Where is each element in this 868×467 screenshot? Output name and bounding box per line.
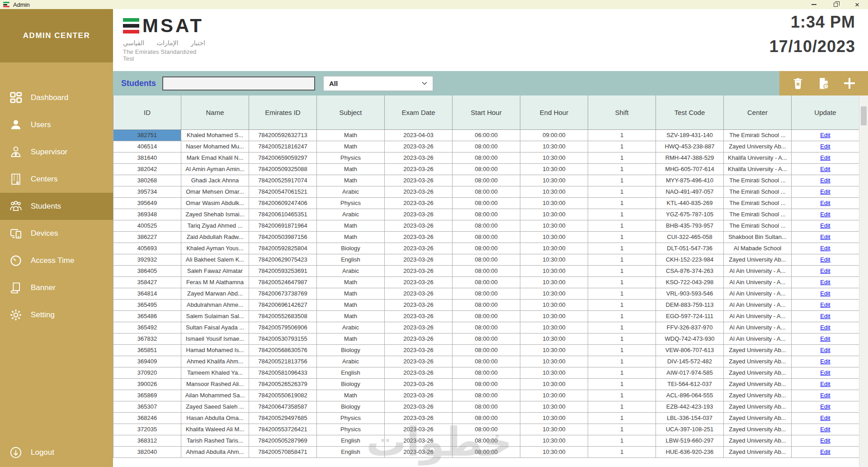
cell[interactable]: Ghadi Jack Ahnna [181, 175, 249, 186]
cell[interactable]: 400525 [113, 220, 181, 231]
restore-button[interactable] [825, 0, 846, 9]
cell[interactable]: 405693 [113, 243, 181, 254]
edit-link[interactable]: Edit [820, 437, 830, 444]
cell[interactable]: 10:30:00 [520, 243, 588, 254]
cell[interactable]: 08:00:00 [453, 367, 520, 378]
column-header-exam-date[interactable]: Exam Date [385, 95, 453, 129]
cell[interactable]: 1 [588, 243, 656, 254]
cell[interactable]: 784200581096433 [249, 367, 317, 378]
update-cell[interactable]: Edit [792, 209, 859, 220]
sidebar-item-centers[interactable]: Centers [0, 166, 113, 193]
column-header-name[interactable]: Name [181, 95, 249, 129]
cell[interactable]: 2023-03-26 [385, 209, 453, 220]
update-cell[interactable]: Edit [792, 276, 859, 288]
update-cell[interactable]: Edit [792, 197, 859, 209]
edit-link[interactable]: Edit [820, 177, 830, 184]
cell[interactable]: Zayed Saeed Saleh ... [181, 401, 249, 412]
cell[interactable]: 784200521816247 [249, 141, 317, 152]
cell[interactable]: Mansoor Rashed Ali... [181, 378, 249, 390]
cell[interactable]: LBW-519-660-297 [656, 435, 724, 446]
cell[interactable]: Math [317, 129, 385, 141]
cell[interactable]: 784200547061521 [249, 186, 317, 197]
update-cell[interactable]: Edit [792, 152, 859, 163]
cell[interactable]: 1 [588, 356, 656, 367]
cell[interactable]: 10:30:00 [520, 333, 588, 344]
cell[interactable]: Zaid Abdullah Radw... [181, 231, 249, 243]
cell[interactable]: 368312 [113, 435, 181, 446]
cell[interactable]: VEW-806-707-613 [656, 344, 724, 356]
cell[interactable]: 2023-03-26 [385, 322, 453, 333]
cell[interactable]: FFV-326-837-970 [656, 322, 724, 333]
column-header-start-hour[interactable]: Start Hour [453, 95, 520, 129]
cell[interactable]: 784200553726421 [249, 424, 317, 435]
cell[interactable]: 1 [588, 344, 656, 356]
cell[interactable]: 08:00:00 [453, 288, 520, 299]
cell[interactable]: 08:00:00 [453, 209, 520, 220]
cell[interactable]: 1 [588, 163, 656, 175]
cell[interactable]: Math [317, 276, 385, 288]
edit-link[interactable]: Edit [820, 154, 830, 161]
cell[interactable]: 2023-03-26 [385, 446, 453, 457]
cell[interactable]: 2023-03-26 [385, 344, 453, 356]
sidebar-item-devices[interactable]: Devices [0, 220, 113, 247]
cell[interactable]: 08:00:00 [453, 231, 520, 243]
cell[interactable]: 1 [588, 424, 656, 435]
cell[interactable]: Sultan Faisal Ayada ... [181, 322, 249, 333]
cell[interactable]: Physics [317, 197, 385, 209]
cell[interactable]: 2023-03-26 [385, 220, 453, 231]
cell[interactable]: Zayed University Ab... [724, 367, 792, 378]
update-cell[interactable]: Edit [792, 288, 859, 299]
cell[interactable]: 784200579506906 [249, 322, 317, 333]
cell[interactable]: ACL-896-064-555 [656, 390, 724, 401]
logout-button[interactable]: Logout [0, 439, 113, 466]
cell[interactable]: 1 [588, 333, 656, 344]
cell[interactable]: 2023-03-26 [385, 175, 453, 186]
cell[interactable]: 784200505287969 [249, 435, 317, 446]
cell[interactable]: 1 [588, 435, 656, 446]
cell[interactable]: 09:00:00 [520, 129, 588, 141]
cell[interactable]: 784200529497685 [249, 412, 317, 424]
cell[interactable]: Zayed University Ab... [724, 412, 792, 424]
cell[interactable]: 2023-03-26 [385, 197, 453, 209]
cell[interactable]: 1 [588, 220, 656, 231]
cell[interactable]: Hasan Abdulla Oma... [181, 412, 249, 424]
cell[interactable]: 2023-04-03 [385, 129, 453, 141]
cell[interactable]: 2023-03-26 [385, 141, 453, 152]
edit-link[interactable]: Edit [820, 358, 830, 365]
cell[interactable]: 08:00:00 [453, 163, 520, 175]
cell[interactable]: 10:30:00 [520, 163, 588, 175]
cell[interactable]: 358427 [113, 276, 181, 288]
cell[interactable]: 10:30:00 [520, 322, 588, 333]
cell[interactable]: 08:00:00 [453, 186, 520, 197]
cell[interactable]: Khalifa Waleed Ali M... [181, 424, 249, 435]
cell[interactable]: Naser Mohamed Mu... [181, 141, 249, 152]
cell[interactable]: Arabic [317, 356, 385, 367]
cell[interactable]: 06:00:00 [453, 129, 520, 141]
cell[interactable]: TEI-564-612-037 [656, 378, 724, 390]
cell[interactable]: Tariq Ziyad Ahmed ... [181, 220, 249, 231]
edit-link[interactable]: Edit [820, 234, 830, 240]
search-input[interactable] [162, 76, 315, 91]
cell[interactable]: 380268 [113, 175, 181, 186]
cell[interactable]: Math [317, 141, 385, 152]
cell[interactable]: 2023-03-26 [385, 412, 453, 424]
cell[interactable]: 10:30:00 [520, 390, 588, 401]
sidebar-item-dashboard[interactable]: Dashboard [0, 84, 113, 111]
update-cell[interactable]: Edit [792, 435, 859, 446]
cell[interactable]: 08:00:00 [453, 276, 520, 288]
cell[interactable]: 08:00:00 [453, 322, 520, 333]
edit-link[interactable]: Edit [820, 143, 830, 150]
cell[interactable]: 1 [588, 265, 656, 276]
cell[interactable]: Zayed University Ab... [724, 378, 792, 390]
cell[interactable]: Zayed University Ab... [724, 141, 792, 152]
cell[interactable]: 2023-03-26 [385, 356, 453, 367]
cell[interactable]: CSA-876-374-263 [656, 265, 724, 276]
cell[interactable]: 10:30:00 [520, 401, 588, 412]
update-cell[interactable]: Edit [792, 322, 859, 333]
cell[interactable]: 784200550619082 [249, 390, 317, 401]
cell[interactable]: 2023-03-26 [385, 367, 453, 378]
scrollbar-thumb[interactable] [861, 106, 867, 125]
sidebar-item-supervisor[interactable]: Supervisor [0, 138, 113, 166]
update-cell[interactable]: Edit [792, 378, 859, 390]
cell[interactable]: Math [317, 390, 385, 401]
